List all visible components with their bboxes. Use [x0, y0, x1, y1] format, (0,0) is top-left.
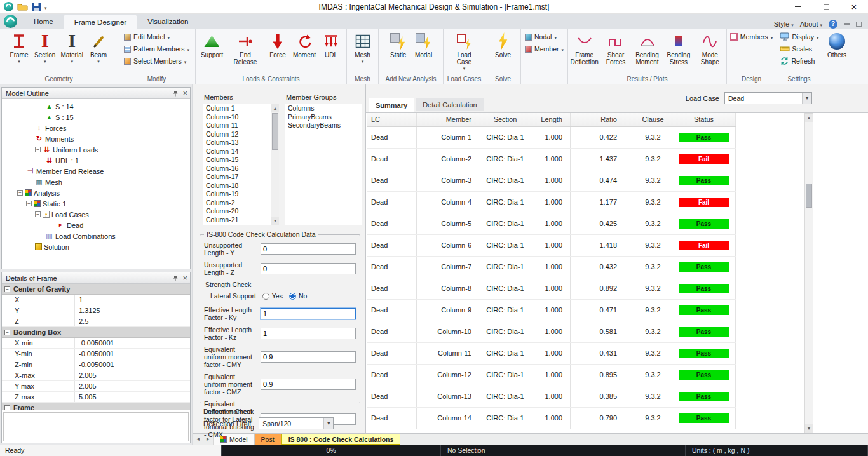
- tree-item[interactable]: Forces: [2, 123, 190, 133]
- others-button[interactable]: Others: [825, 30, 849, 58]
- select-members-button[interactable]: Select Members: [121, 55, 192, 67]
- tree-expander-icon[interactable]: [35, 211, 41, 217]
- details-section-header[interactable]: Frame: [2, 403, 190, 410]
- field-input[interactable]: [261, 263, 356, 274]
- table-row[interactable]: DeadColumn-9CIRC: Dia-11.0000.4719.3.2Pa…: [367, 300, 736, 321]
- column-header[interactable]: Ratio: [571, 113, 634, 126]
- close-panel-icon[interactable]: [182, 274, 187, 282]
- member-groups-list[interactable]: ColumnsPrimaryBeamsSecondaryBeams: [285, 104, 362, 225]
- material-button[interactable]: Material: [58, 30, 85, 64]
- list-item[interactable]: Column-14: [203, 147, 270, 156]
- tree-item[interactable]: Moments: [2, 133, 190, 144]
- members-list-scrollbar[interactable]: [271, 104, 279, 225]
- mode-shape-button[interactable]: Mode Shape: [695, 30, 725, 65]
- solve-button[interactable]: Solve: [491, 30, 515, 58]
- tree-expander-icon[interactable]: [35, 147, 41, 152]
- modal-analysis-button[interactable]: Modal: [412, 30, 436, 58]
- list-item[interactable]: Columns: [285, 104, 362, 113]
- table-row[interactable]: DeadColumn-13CIRC: Dia-11.0000.3859.3.2P…: [367, 386, 736, 408]
- bending-moment-button[interactable]: Bending Moment: [632, 30, 662, 65]
- mesh-button[interactable]: Mesh: [351, 30, 375, 64]
- tab-summary[interactable]: Summary: [369, 98, 414, 112]
- tree-item[interactable]: Member End Release: [2, 166, 190, 177]
- column-header[interactable]: Clause: [634, 113, 672, 126]
- close-button[interactable]: [840, 0, 868, 14]
- table-row[interactable]: DeadColumn-4CIRC: Dia-11.0001.1779.3.2Fa…: [367, 192, 736, 213]
- support-button[interactable]: Support: [199, 30, 225, 58]
- details-property-value[interactable]: 2.005: [75, 381, 190, 391]
- details-section-header[interactable]: Bounding Box: [2, 327, 190, 338]
- qat-customize-icon[interactable]: [44, 3, 47, 11]
- section-button[interactable]: Section: [32, 30, 57, 64]
- open-file-button[interactable]: [17, 3, 28, 11]
- list-item[interactable]: Column-18: [203, 182, 270, 191]
- frame-button[interactable]: Frame: [7, 30, 31, 64]
- scroll-down-icon[interactable]: [805, 424, 813, 433]
- collapse-icon[interactable]: [4, 405, 10, 411]
- column-header[interactable]: Section: [478, 113, 532, 126]
- list-item[interactable]: Column-2: [203, 199, 270, 208]
- list-item[interactable]: Column-1: [203, 104, 270, 113]
- table-row[interactable]: DeadColumn-14CIRC: Dia-11.0000.7909.3.2P…: [367, 408, 736, 429]
- tree-item[interactable]: Analysis: [2, 187, 190, 198]
- nodal-menu-button[interactable]: Nodal: [522, 31, 566, 43]
- tree-item[interactable]: Uniform Loads: [2, 144, 190, 155]
- list-item[interactable]: SecondaryBeams: [285, 121, 362, 130]
- list-item[interactable]: Column-20: [203, 207, 270, 216]
- members-design-button[interactable]: Members: [728, 31, 775, 43]
- tree-item[interactable]: Load Combinations: [2, 231, 190, 241]
- column-header[interactable]: Status: [672, 113, 736, 126]
- minimize-ribbon-icon[interactable]: [844, 23, 850, 25]
- tree-item[interactable]: Static-1: [2, 198, 190, 209]
- scroll-up-icon[interactable]: [805, 114, 813, 122]
- about-menu[interactable]: About: [800, 20, 822, 28]
- table-row[interactable]: DeadColumn-2CIRC: Dia-11.0001.4379.3.2Fa…: [367, 149, 736, 170]
- bending-stress-button[interactable]: Bending Stress: [663, 30, 693, 65]
- maximize-button[interactable]: [812, 0, 840, 14]
- field-input[interactable]: [261, 243, 356, 255]
- column-header[interactable]: LC: [367, 113, 417, 126]
- list-item[interactable]: Column-10: [203, 113, 270, 122]
- pin-icon[interactable]: [172, 90, 179, 97]
- scrollbar-thumb[interactable]: [806, 184, 812, 208]
- scroll-up-icon[interactable]: [271, 104, 279, 112]
- scrollbar-thumb[interactable]: [272, 113, 278, 150]
- results-table-scrollbar[interactable]: [804, 113, 813, 433]
- scales-button[interactable]: Scales: [777, 43, 822, 55]
- column-header[interactable]: Length: [532, 113, 571, 126]
- table-row[interactable]: DeadColumn-11CIRC: Dia-11.0000.4319.3.2P…: [367, 343, 736, 365]
- list-item[interactable]: Column-21: [203, 216, 270, 225]
- frame-deflection-button[interactable]: Frame Deflection: [569, 30, 599, 65]
- tree-item[interactable]: Solution: [2, 241, 190, 252]
- pattern-members-button[interactable]: Pattern Members: [121, 43, 192, 55]
- shear-forces-button[interactable]: Shear Forces: [600, 30, 630, 65]
- table-row[interactable]: DeadColumn-7CIRC: Dia-11.0000.4329.3.2Pa…: [367, 257, 736, 278]
- moment-button[interactable]: Moment: [291, 30, 318, 58]
- tab-scroll-left-icon[interactable]: [193, 434, 203, 445]
- table-row[interactable]: DeadColumn-5CIRC: Dia-11.0000.4259.3.2Pa…: [367, 213, 736, 235]
- beam-button[interactable]: Beam: [86, 30, 111, 64]
- field-input[interactable]: [261, 351, 356, 363]
- details-property-value[interactable]: -0.0050001: [75, 338, 190, 348]
- details-property-value[interactable]: 1.3125: [75, 305, 190, 316]
- field-input[interactable]: [261, 379, 356, 390]
- save-button[interactable]: [32, 3, 41, 11]
- ribbon-tab-home[interactable]: Home: [24, 15, 64, 29]
- list-item[interactable]: Column-13: [203, 138, 270, 147]
- table-row[interactable]: DeadColumn-3CIRC: Dia-11.0000.4749.3.2Pa…: [367, 170, 736, 192]
- table-row[interactable]: DeadColumn-10CIRC: Dia-11.0000.5819.3.2P…: [367, 321, 736, 343]
- tree-expander-icon[interactable]: [26, 201, 32, 206]
- list-item[interactable]: Column-11: [203, 121, 270, 130]
- close-panel-icon[interactable]: [182, 90, 187, 97]
- details-property-value[interactable]: 2.5: [75, 316, 190, 326]
- table-row[interactable]: DeadColumn-1CIRC: Dia-11.0000.4229.3.2Pa…: [367, 127, 736, 149]
- table-row[interactable]: DeadColumn-12CIRC: Dia-11.0000.8959.3.2P…: [367, 365, 736, 386]
- collapse-icon[interactable]: [4, 286, 10, 292]
- restore-ribbon-icon[interactable]: [856, 22, 862, 27]
- tree-item[interactable]: UDL : 1: [2, 155, 190, 166]
- list-item[interactable]: Column-16: [203, 164, 270, 173]
- load-case-select[interactable]: Dead: [724, 92, 812, 104]
- tab-detail-calculation[interactable]: Detail Calculation: [416, 98, 484, 111]
- field-input[interactable]: [261, 308, 356, 319]
- force-button[interactable]: Force: [266, 30, 290, 58]
